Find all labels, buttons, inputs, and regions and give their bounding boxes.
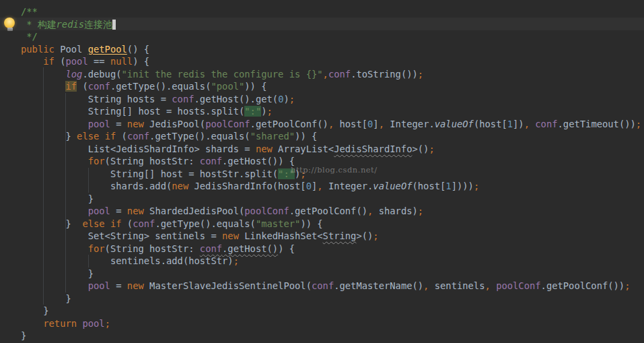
code-token: conf — [535, 119, 557, 129]
code-line-19[interactable]: for(String hostStr: conf.getHost()) { — [21, 243, 644, 255]
code-token: .getType().equals( — [149, 131, 250, 142]
code-line-23[interactable]: } — [21, 292, 644, 305]
code-token: "shared" — [250, 131, 295, 142]
code-line-14[interactable]: shards.add(new JedisShardInfo(host[0], I… — [21, 180, 644, 193]
code-line-22[interactable]: pool = new MasterSlaveJedisSentinelPool(… — [21, 280, 644, 292]
code-line-9[interactable]: pool = new JedisPool(poolConf.getPoolCon… — [21, 118, 644, 131]
code-token: List<JedisShardInfo> shards = — [21, 144, 256, 154]
code-editor[interactable]: /** * 构建redis连接池 */public Pool getPool()… — [0, 0, 644, 343]
watermark: http://blog.csdn.net/ — [291, 164, 378, 177]
code-line-6[interactable]: if (conf.getType().equals("pool")) { — [21, 80, 644, 93]
code-token: , — [524, 119, 530, 129]
code-token: (String hostStr: — [105, 156, 200, 166]
code-token: .toString()) — [351, 69, 418, 80]
code-token: poolConf — [496, 280, 540, 291]
code-token: ) — [283, 94, 289, 104]
code-token: )) { — [295, 131, 317, 142]
code-token: Integer. — [323, 181, 373, 191]
code-token: ; — [429, 144, 434, 154]
code-token: } — [21, 131, 77, 142]
bulb-glass — [4, 18, 15, 28]
code-token: } — [21, 218, 82, 229]
code-line-26[interactable]: } — [21, 330, 644, 342]
code-token: ) — [261, 106, 266, 117]
code-token: */ — [21, 31, 38, 42]
code-line-10[interactable]: } else if (conf.getType().equals("shared… — [21, 130, 644, 143]
code-token — [21, 318, 43, 329]
code-token — [21, 243, 88, 254]
code-token: "init the redis the configure is {}" — [122, 69, 323, 80]
code-token: null — [110, 56, 133, 67]
code-token: getPool — [88, 44, 127, 55]
code-token: , — [317, 181, 322, 191]
code-token: ( — [122, 218, 133, 229]
code-token: host[ — [334, 119, 367, 129]
code-token: poolConf — [244, 206, 289, 216]
code-token: MasterSlaveJedisSentinelPool( — [144, 280, 312, 291]
code-token — [21, 156, 88, 166]
code-token: ; — [474, 181, 479, 191]
code-line-0[interactable]: /** — [21, 5, 644, 18]
code-token: if — [43, 56, 55, 67]
code-token: conf — [172, 94, 194, 104]
code-token: * 构建 — [21, 19, 57, 30]
code-token: ; — [624, 280, 630, 291]
code-line-11[interactable]: List<JedisShardInfo> shards = new ArrayL… — [21, 143, 644, 156]
code-token: new — [172, 181, 188, 191]
code-line-8[interactable]: String[] host = hosts.split(":"); — [21, 105, 644, 118]
code-line-20[interactable]: sentinels.add(hostStr); — [21, 255, 644, 268]
code-token: Pool — [55, 44, 88, 55]
code-line-4[interactable]: if (pool == null) { — [21, 55, 644, 68]
code-line-17[interactable]: } else if (conf.getType().equals("master… — [21, 218, 644, 230]
code-token: pool — [65, 56, 87, 67]
code-line-2[interactable]: */ — [21, 30, 644, 43]
code-line-7[interactable]: String hosts = conf.getHost().get(0); — [21, 93, 644, 106]
code-token — [99, 131, 104, 142]
code-token: (String hostStr: — [105, 243, 200, 254]
code-token: else — [82, 218, 104, 229]
code-token: conf — [88, 81, 110, 92]
code-line-25[interactable]: return pool; — [21, 317, 644, 330]
code-token: conf — [133, 218, 155, 229]
code-token: = — [110, 119, 127, 129]
code-token: return — [43, 318, 77, 329]
code-token: else — [77, 131, 99, 142]
code-token: = — [110, 206, 127, 216]
code-token: >() — [356, 230, 373, 241]
code-token: for — [88, 243, 105, 254]
code-line-1[interactable]: * 构建redis连接池 — [21, 18, 644, 31]
code-line-16[interactable]: pool = new ShardedJedisPool(poolConf.get… — [21, 205, 644, 218]
code-token: == — [88, 56, 110, 67]
code-token: sentinels — [429, 280, 485, 291]
code-token: if — [110, 218, 122, 229]
code-token: (host[ — [474, 119, 507, 129]
code-token: .getHost().get( — [194, 94, 279, 104]
bulb-base — [7, 28, 13, 31]
code-token: new — [222, 230, 239, 241]
code-token: poolConf — [205, 119, 250, 129]
code-token: conf — [328, 69, 351, 80]
code-token: Set<String> sentinels = — [21, 230, 222, 241]
code-token: Integer. — [384, 119, 435, 129]
code-token: ; — [373, 230, 378, 241]
code-line-5[interactable]: log.debug("init the redis the configure … — [21, 68, 644, 81]
code-token: >() — [412, 144, 429, 154]
code-line-24[interactable]: } — [21, 305, 644, 317]
code-line-3[interactable]: public Pool getPool() { — [21, 43, 644, 56]
code-token: JedisPool( — [144, 119, 205, 129]
code-token: .getType().equals( — [110, 81, 211, 92]
code-line-21[interactable]: } — [21, 268, 644, 280]
code-token — [21, 56, 43, 67]
code-token: 1 — [445, 181, 451, 191]
code-token: , — [328, 119, 334, 129]
code-token — [105, 218, 110, 229]
code-line-18[interactable]: Set<String> sentinels = new LinkedHashSe… — [21, 230, 644, 243]
code-token: if — [65, 81, 77, 92]
code-line-15[interactable]: } — [21, 193, 644, 206]
code-token: redis — [57, 19, 85, 30]
code-token: ; — [234, 255, 239, 266]
code-token: ":" — [244, 106, 261, 117]
intention-bulb-icon[interactable] — [4, 18, 15, 33]
code-token: JedisShardInfo — [334, 144, 412, 154]
code-token: log — [65, 69, 82, 80]
